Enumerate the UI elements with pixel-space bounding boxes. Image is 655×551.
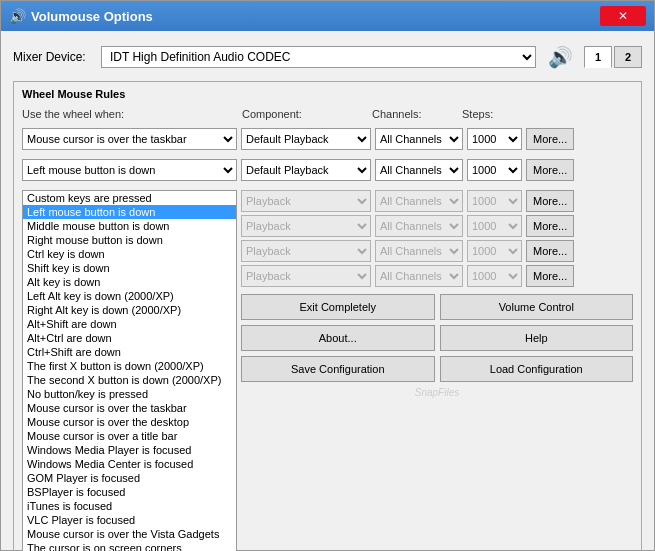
mixer-label: Mixer Device:	[13, 50, 93, 64]
dropdown-item[interactable]: The cursor is on screen corners	[23, 541, 236, 551]
r-more-1[interactable]: More...	[526, 190, 574, 212]
dropdown-list[interactable]: Custom keys are pressedLeft mouse button…	[22, 190, 237, 551]
title-bar: 🔊 Volumouse Options ✕	[1, 1, 654, 31]
dropdown-item[interactable]: Windows Media Player is focused	[23, 443, 236, 457]
title-bar-left: 🔊 Volumouse Options	[9, 8, 153, 24]
wheel-rules-section: Wheel Mouse Rules Use the wheel when: Co…	[13, 81, 642, 551]
close-button[interactable]: ✕	[600, 6, 646, 26]
steps-header: Steps:	[462, 108, 517, 120]
dropdown-item[interactable]: The first X button is down (2000/XP)	[23, 359, 236, 373]
rules-header: Use the wheel when: Component: Channels:…	[22, 108, 633, 120]
r-channels-3[interactable]: All Channels	[375, 240, 463, 262]
app-icon: 🔊	[9, 8, 25, 24]
dropdown-item[interactable]: Left Alt key is down (2000/XP)	[23, 289, 236, 303]
right-row-4: Playback All Channels 1000 More...	[241, 265, 633, 287]
r-steps-2[interactable]: 1000	[467, 215, 522, 237]
use-select-2[interactable]: Left mouse button is down	[22, 159, 237, 181]
mixer-icon: 🔊	[544, 41, 576, 73]
dropdown-item[interactable]: Mouse cursor is over the desktop	[23, 415, 236, 429]
right-row-2: Playback All Channels 1000 More...	[241, 215, 633, 237]
more-button-1[interactable]: More...	[526, 128, 574, 150]
mixer-row: Mixer Device: IDT High Definition Audio …	[13, 41, 642, 73]
channels-header: Channels:	[372, 108, 462, 120]
rule-row-2: Left mouse button is down Default Playba…	[22, 159, 633, 181]
component-header: Component:	[242, 108, 372, 120]
more-button-2[interactable]: More...	[526, 159, 574, 181]
dropdown-item[interactable]: GOM Player is focused	[23, 471, 236, 485]
right-panel: Playback All Channels 1000 More... Playb…	[241, 190, 633, 551]
dropdown-item[interactable]: Mouse cursor is over the taskbar	[23, 401, 236, 415]
r-more-4[interactable]: More...	[526, 265, 574, 287]
dropdown-item[interactable]: Windows Media Center is focused	[23, 457, 236, 471]
rule-row-1: Mouse cursor is over the taskbar Default…	[22, 128, 633, 150]
use-header: Use the wheel when:	[22, 108, 242, 120]
actions-grid: Exit Completely Volume Control About... …	[241, 294, 633, 382]
dropdown-item[interactable]: Left mouse button is down	[23, 205, 236, 219]
tab-1-button[interactable]: 1	[584, 46, 612, 68]
dropdown-item[interactable]: Alt key is down	[23, 275, 236, 289]
r-channels-2[interactable]: All Channels	[375, 215, 463, 237]
content-area: Mixer Device: IDT High Definition Audio …	[1, 31, 654, 551]
r-more-3[interactable]: More...	[526, 240, 574, 262]
r-component-4[interactable]: Playback	[241, 265, 371, 287]
channels-select-1[interactable]: All Channels	[375, 128, 463, 150]
dropdown-item[interactable]: Ctrl+Shift are down	[23, 345, 236, 359]
right-row-3: Playback All Channels 1000 More...	[241, 240, 633, 262]
tab-buttons: 1 2	[584, 46, 642, 68]
save-config-button[interactable]: Save Configuration	[241, 356, 435, 382]
component-select-2[interactable]: Default Playback	[241, 159, 371, 181]
r-steps-1[interactable]: 1000	[467, 190, 522, 212]
volume-control-button[interactable]: Volume Control	[440, 294, 634, 320]
tab-2-button[interactable]: 2	[614, 46, 642, 68]
dropdown-item[interactable]: Right mouse button is down	[23, 233, 236, 247]
window-title: Volumouse Options	[31, 9, 153, 24]
r-steps-4[interactable]: 1000	[467, 265, 522, 287]
dropdown-item[interactable]: Custom keys are pressed	[23, 191, 236, 205]
r-component-3[interactable]: Playback	[241, 240, 371, 262]
dropdown-item[interactable]: Alt+Ctrl are down	[23, 331, 236, 345]
component-select-1[interactable]: Default Playback	[241, 128, 371, 150]
snapfiles-watermark: SnapFiles	[241, 387, 633, 398]
section-title: Wheel Mouse Rules	[22, 88, 633, 100]
load-config-button[interactable]: Load Configuration	[440, 356, 634, 382]
main-window: 🔊 Volumouse Options ✕ Mixer Device: IDT …	[0, 0, 655, 551]
dropdown-item[interactable]: Alt+Shift are down	[23, 317, 236, 331]
r-steps-3[interactable]: 1000	[467, 240, 522, 262]
dropdown-area: Custom keys are pressedLeft mouse button…	[22, 190, 633, 551]
dropdown-item[interactable]: BSPlayer is focused	[23, 485, 236, 499]
dropdown-item[interactable]: Ctrl key is down	[23, 247, 236, 261]
dropdown-item[interactable]: iTunes is focused	[23, 499, 236, 513]
dropdown-item[interactable]: Mouse cursor is over a title bar	[23, 429, 236, 443]
right-row-1: Playback All Channels 1000 More...	[241, 190, 633, 212]
mixer-device-select[interactable]: IDT High Definition Audio CODEC	[101, 46, 536, 68]
steps-select-2[interactable]: 1000	[467, 159, 522, 181]
about-button[interactable]: About...	[241, 325, 435, 351]
r-more-2[interactable]: More...	[526, 215, 574, 237]
dropdown-item[interactable]: VLC Player is focused	[23, 513, 236, 527]
r-component-2[interactable]: Playback	[241, 215, 371, 237]
exit-completely-button[interactable]: Exit Completely	[241, 294, 435, 320]
dropdown-item[interactable]: No button/key is pressed	[23, 387, 236, 401]
dropdown-item[interactable]: Middle mouse button is down	[23, 219, 236, 233]
channels-select-2[interactable]: All Channels	[375, 159, 463, 181]
dropdown-item[interactable]: Mouse cursor is over the Vista Gadgets	[23, 527, 236, 541]
help-button[interactable]: Help	[440, 325, 634, 351]
dropdown-item[interactable]: Shift key is down	[23, 261, 236, 275]
dropdown-item[interactable]: The second X button is down (2000/XP)	[23, 373, 236, 387]
r-component-1[interactable]: Playback	[241, 190, 371, 212]
r-channels-1[interactable]: All Channels	[375, 190, 463, 212]
steps-select-1[interactable]: 1000	[467, 128, 522, 150]
dropdown-item[interactable]: Right Alt key is down (2000/XP)	[23, 303, 236, 317]
r-channels-4[interactable]: All Channels	[375, 265, 463, 287]
use-select-1[interactable]: Mouse cursor is over the taskbar	[22, 128, 237, 150]
